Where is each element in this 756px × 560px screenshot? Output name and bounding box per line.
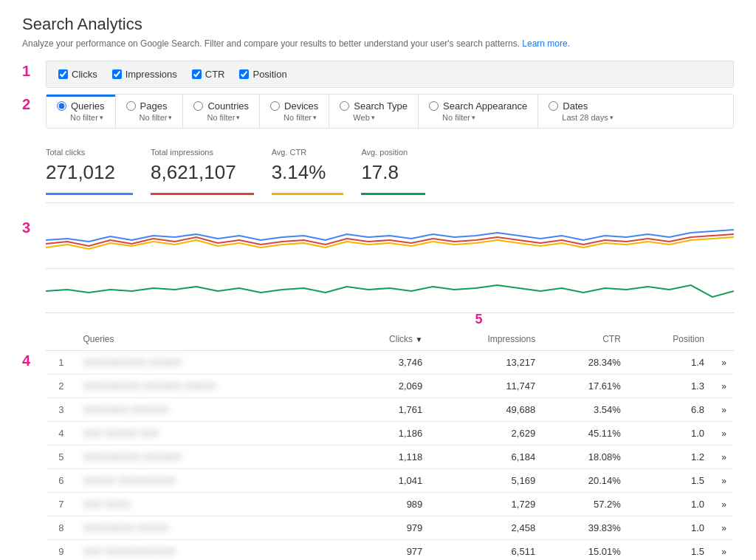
row-expand-button[interactable]: » — [712, 540, 734, 561]
results-table: Queries Clicks ▼ 5 Impressions CTR Posit… — [46, 328, 734, 560]
row-clicks: 977 — [343, 540, 430, 561]
row-query[interactable]: XXX XXXXXXXXXXX — [75, 540, 343, 561]
row-impressions: 2,629 — [430, 422, 543, 445]
filter-row: 2 Queries No filter ▾ Pages No filter ▾ — [22, 94, 734, 129]
row-num: 3 — [46, 398, 75, 422]
row-ctr: 17.61% — [543, 375, 628, 398]
table-row: 9 XXX XXXXXXXXXXX 977 6,511 15.01% 1.5 » — [46, 540, 734, 561]
metrics-row: 1 Clicks Impressions CTR Position — [22, 61, 734, 88]
row-query[interactable]: XXXXXXXXX XXXXXX XXXXX — [75, 375, 343, 398]
filter-bar: Queries No filter ▾ Pages No filter ▾ Co… — [46, 94, 734, 129]
row-expand-button[interactable]: » — [712, 493, 734, 516]
filter-queries[interactable]: Queries No filter ▾ — [47, 95, 116, 128]
countries-dropdown-arrow: ▾ — [236, 114, 240, 121]
col-header-clicks[interactable]: Clicks ▼ — [343, 328, 430, 351]
table-body: 1 XXXXXXXXXX XXXXX 3,746 13,217 28.34% 1… — [46, 351, 734, 561]
row-query[interactable]: XXX XXXX — [75, 493, 343, 516]
filter-search-appearance[interactable]: Search Appearance No filter ▾ — [419, 95, 538, 128]
row-impressions: 49,688 — [430, 398, 543, 422]
row-impressions: 6,511 — [430, 540, 543, 561]
position-checkbox[interactable]: Position — [239, 69, 286, 80]
row-num: 1 — [46, 351, 75, 375]
table-row: 4 XXX XXXXX XXX 1,186 2,629 45.11% 1.0 » — [46, 422, 734, 445]
table-row: 8 XXXXXXXX XXXXX 979 2,458 39.83% 1.0 » — [46, 516, 734, 540]
row-clicks: 989 — [343, 493, 430, 516]
col-header-num — [46, 328, 75, 351]
row-ctr: 45.11% — [543, 422, 628, 445]
row-num: 6 — [46, 469, 75, 493]
row-clicks: 1,041 — [343, 469, 430, 493]
row-impressions: 5,169 — [430, 469, 543, 493]
row-position: 1.5 — [628, 540, 712, 561]
col-header-ctr: CTR — [543, 328, 628, 351]
row-num: 9 — [46, 540, 75, 561]
col-header-actions — [712, 328, 734, 351]
row-query[interactable]: XXXXXXX XXXXXX — [75, 398, 343, 422]
clicks-checkbox[interactable]: Clicks — [58, 69, 97, 80]
row-position: 1.0 — [628, 516, 712, 540]
row-query[interactable]: XXX XXXXX XXX — [75, 422, 343, 445]
col-header-impressions: 5 Impressions — [430, 328, 543, 351]
page-title: Search Analytics — [22, 15, 734, 34]
row-expand-button[interactable]: » — [712, 516, 734, 540]
row-num: 4 — [46, 422, 75, 445]
row-ctr: 39.83% — [543, 516, 628, 540]
pages-dropdown-arrow: ▾ — [168, 114, 172, 121]
filter-dates[interactable]: Dates Last 28 days ▾ — [538, 95, 623, 128]
col-header-position: Position — [628, 328, 712, 351]
row-query[interactable]: XXXXX XXXXXXXXX — [75, 469, 343, 493]
row-position: 6.8 — [628, 398, 712, 422]
step-1-label: 1 — [22, 61, 38, 81]
devices-dropdown-arrow: ▾ — [313, 114, 317, 121]
searchtype-dropdown-arrow: ▾ — [371, 114, 375, 121]
row-clicks: 979 — [343, 516, 430, 540]
top-chart-svg — [46, 203, 734, 269]
filter-search-type[interactable]: Search Type Web ▾ — [329, 95, 419, 128]
row-num: 5 — [46, 445, 75, 469]
step-3-label: 3 — [22, 217, 38, 238]
row-query[interactable]: XXXXXXXXX XXXXXX — [75, 445, 343, 469]
col-header-queries: Queries — [75, 328, 343, 351]
chart-bottom — [46, 269, 734, 313]
searchappearance-dropdown-arrow: ▾ — [472, 114, 475, 121]
row-query[interactable]: XXXXXXXXXX XXXXX — [75, 351, 343, 375]
impressions-checkbox[interactable]: Impressions — [112, 69, 177, 80]
row-clicks: 1,118 — [343, 445, 430, 469]
filter-countries[interactable]: Countries No filter ▾ — [183, 95, 260, 128]
table-section: Queries Clicks ▼ 5 Impressions CTR Posit… — [46, 328, 734, 560]
clicks-sort-icon: ▼ — [415, 335, 422, 344]
metrics-bar: Clicks Impressions CTR Position — [46, 61, 734, 88]
row-clicks: 1,186 — [343, 422, 430, 445]
row-expand-button[interactable]: » — [712, 375, 734, 398]
filter-devices[interactable]: Devices No filter ▾ — [260, 95, 329, 128]
stat-total-impressions: Total impressions 8,621,107 — [151, 140, 254, 195]
table-header-row: Queries Clicks ▼ 5 Impressions CTR Posit… — [46, 328, 734, 351]
row-expand-button[interactable]: » — [712, 351, 734, 375]
row-position: 1.0 — [628, 422, 712, 445]
dates-dropdown-arrow: ▾ — [610, 114, 614, 121]
row-expand-button[interactable]: » — [712, 422, 734, 445]
row-impressions: 2,458 — [430, 516, 543, 540]
table-row: 3 XXXXXXX XXXXXX 1,761 49,688 3.54% 6.8 … — [46, 398, 734, 422]
step-4-label: 4 — [22, 350, 38, 371]
filter-pages[interactable]: Pages No filter ▾ — [116, 95, 184, 128]
row-position: 1.4 — [628, 351, 712, 375]
row-query[interactable]: XXXXXXXX XXXXX — [75, 516, 343, 540]
table-row: 6 XXXXX XXXXXXXXX 1,041 5,169 20.14% 1.5… — [46, 469, 734, 493]
row-position: 1.2 — [628, 445, 712, 469]
table-row: 5 XXXXXXXXX XXXXXX 1,118 6,184 18.08% 1.… — [46, 445, 734, 469]
chart-top — [46, 202, 734, 269]
row-expand-button[interactable]: » — [712, 398, 734, 422]
row-num: 7 — [46, 493, 75, 516]
row-num: 8 — [46, 516, 75, 540]
ctr-checkbox[interactable]: CTR — [192, 69, 225, 80]
row-expand-button[interactable]: » — [712, 445, 734, 469]
row-impressions: 1,729 — [430, 493, 543, 516]
learn-more-link[interactable]: Learn more. — [522, 38, 570, 49]
row-ctr: 20.14% — [543, 469, 628, 493]
row-expand-button[interactable]: » — [712, 469, 734, 493]
row-clicks: 3,746 — [343, 351, 430, 375]
row-impressions: 13,217 — [430, 351, 543, 375]
table-row: 7 XXX XXXX 989 1,729 57.2% 1.0 » — [46, 493, 734, 516]
row-position: 1.0 — [628, 493, 712, 516]
